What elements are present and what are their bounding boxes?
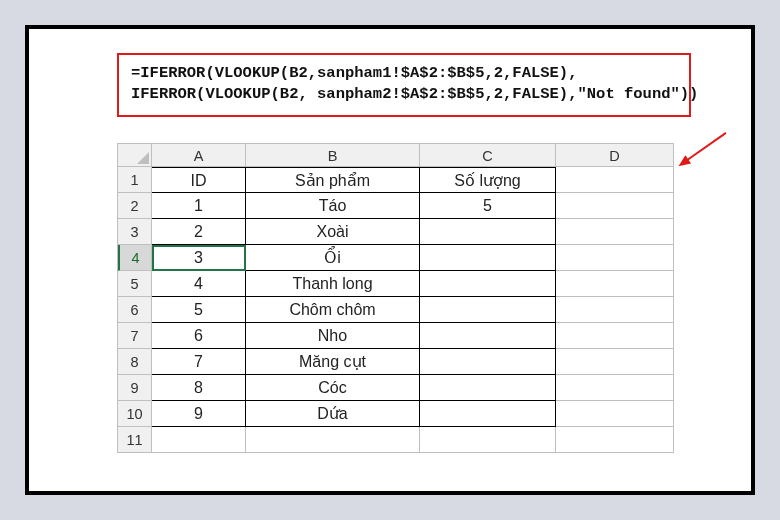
svg-line-0 [683, 133, 726, 163]
cell-a3[interactable]: 2 [152, 219, 246, 245]
cell-b9[interactable]: Cóc [246, 375, 420, 401]
cell-c9[interactable] [420, 375, 556, 401]
formula-line-2: IFERROR(VLOOKUP(B2, sanpham2!$A$2:$B$5,2… [131, 84, 677, 105]
row-header-8[interactable]: 8 [118, 349, 152, 375]
cell-c1[interactable]: Số lượng [420, 167, 556, 193]
cell-d3[interactable] [556, 219, 674, 245]
col-header-a[interactable]: A [152, 143, 246, 167]
cell-c11[interactable] [420, 427, 556, 453]
cell-d6[interactable] [556, 297, 674, 323]
cell-a11[interactable] [152, 427, 246, 453]
cell-c5[interactable] [420, 271, 556, 297]
cell-d10[interactable] [556, 401, 674, 427]
svg-marker-1 [676, 155, 692, 170]
cell-c7[interactable] [420, 323, 556, 349]
cell-d11[interactable] [556, 427, 674, 453]
cell-b2[interactable]: Táo [246, 193, 420, 219]
cell-a6[interactable]: 5 [152, 297, 246, 323]
select-all-corner[interactable] [118, 143, 152, 167]
row-header-4[interactable]: 4 [118, 245, 152, 271]
row-header-3[interactable]: 3 [118, 219, 152, 245]
cell-a1[interactable]: ID [152, 167, 246, 193]
cell-b1[interactable]: Sản phẩm [246, 167, 420, 193]
row-header-1[interactable]: 1 [118, 167, 152, 193]
cell-d5[interactable] [556, 271, 674, 297]
formula-line-1: =IFERROR(VLOOKUP(B2,sanpham1!$A$2:$B$5,2… [131, 63, 677, 84]
cell-c6[interactable] [420, 297, 556, 323]
figure-frame: =IFERROR(VLOOKUP(B2,sanpham1!$A$2:$B$5,2… [25, 25, 755, 495]
row-header-6[interactable]: 6 [118, 297, 152, 323]
cell-a9[interactable]: 8 [152, 375, 246, 401]
cell-b7[interactable]: Nho [246, 323, 420, 349]
svg-marker-2 [137, 152, 149, 164]
cell-b8[interactable]: Măng cụt [246, 349, 420, 375]
row-header-7[interactable]: 7 [118, 323, 152, 349]
cell-c3[interactable] [420, 219, 556, 245]
row-header-11[interactable]: 11 [118, 427, 152, 453]
cell-d1[interactable] [556, 167, 674, 193]
spreadsheet-grid: A B C D 1 ID Sản phẩm Số lượng 2 1 Táo 5… [117, 143, 674, 453]
cell-c4[interactable] [420, 245, 556, 271]
row-header-5[interactable]: 5 [118, 271, 152, 297]
cell-a4[interactable]: 3 [152, 245, 246, 271]
col-header-b[interactable]: B [246, 143, 420, 167]
cell-d2[interactable] [556, 193, 674, 219]
cell-c8[interactable] [420, 349, 556, 375]
cell-a8[interactable]: 7 [152, 349, 246, 375]
cell-d9[interactable] [556, 375, 674, 401]
cell-a5[interactable]: 4 [152, 271, 246, 297]
cell-b10[interactable]: Dứa [246, 401, 420, 427]
cell-a7[interactable]: 6 [152, 323, 246, 349]
cell-b4[interactable]: Ổi [246, 245, 420, 271]
row-header-2[interactable]: 2 [118, 193, 152, 219]
row-header-9[interactable]: 9 [118, 375, 152, 401]
cell-c10[interactable] [420, 401, 556, 427]
cell-b3[interactable]: Xoài [246, 219, 420, 245]
cell-a10[interactable]: 9 [152, 401, 246, 427]
cell-c2[interactable]: 5 [420, 193, 556, 219]
cell-b5[interactable]: Thanh long [246, 271, 420, 297]
cell-b6[interactable]: Chôm chôm [246, 297, 420, 323]
callout-arrow-icon [673, 124, 734, 175]
formula-box: =IFERROR(VLOOKUP(B2,sanpham1!$A$2:$B$5,2… [117, 53, 691, 117]
cell-d7[interactable] [556, 323, 674, 349]
col-header-c[interactable]: C [420, 143, 556, 167]
row-header-10[interactable]: 10 [118, 401, 152, 427]
cell-d8[interactable] [556, 349, 674, 375]
col-header-d[interactable]: D [556, 143, 674, 167]
cell-d4[interactable] [556, 245, 674, 271]
cell-b11[interactable] [246, 427, 420, 453]
cell-a2[interactable]: 1 [152, 193, 246, 219]
